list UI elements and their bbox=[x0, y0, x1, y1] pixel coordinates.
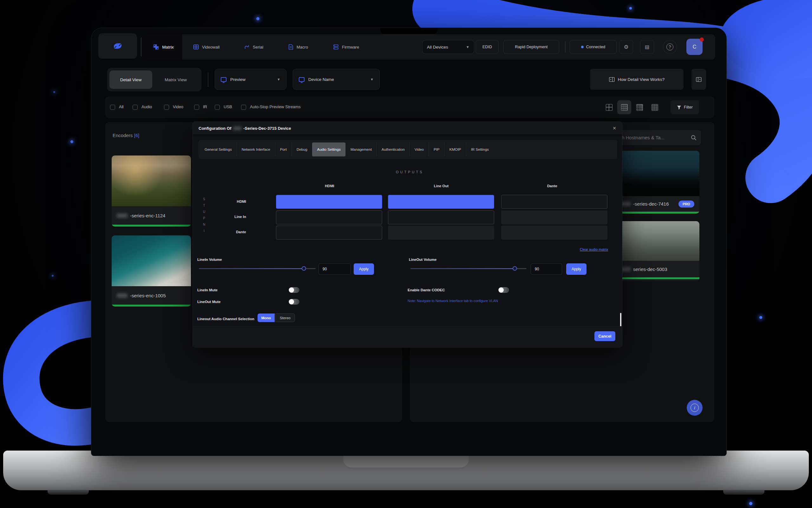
app-logo[interactable] bbox=[98, 33, 137, 59]
redacted-prefix bbox=[117, 214, 128, 218]
nav-item-label: Firmware bbox=[342, 45, 359, 49]
encoder-card[interactable]: -series-enc-1124 bbox=[111, 156, 191, 226]
grid-3x3-button[interactable] bbox=[617, 100, 631, 114]
edid-button[interactable]: EDID bbox=[476, 40, 499, 54]
checkbox-icon bbox=[215, 105, 220, 110]
decoder-name-bar: series-dec-5003 bbox=[615, 261, 700, 277]
lineout-volume-input[interactable] bbox=[531, 263, 562, 275]
tab-kmoip[interactable]: KMOIP bbox=[444, 142, 466, 157]
tab-audio-settings[interactable]: Audio Settings bbox=[312, 142, 346, 157]
laptop-foot bbox=[723, 490, 764, 495]
tab-network-interface[interactable]: Network Interface bbox=[237, 142, 275, 157]
checkbox-ir[interactable] bbox=[194, 105, 199, 110]
slider-fill bbox=[410, 268, 515, 269]
clear-audio-matrix-link[interactable]: Clear audio matrix bbox=[580, 248, 608, 251]
tab-management[interactable]: Management bbox=[346, 142, 376, 157]
nav-item-firmware[interactable]: Firmware bbox=[333, 34, 359, 60]
matrix-cell-hdmi-dante[interactable] bbox=[501, 195, 607, 209]
document-icon: ▤ bbox=[645, 44, 649, 50]
device-name-label: Device Name bbox=[308, 77, 334, 82]
checkbox-video[interactable] bbox=[164, 105, 169, 110]
connection-status[interactable]: Connected bbox=[570, 40, 617, 54]
matrix-view-tab[interactable]: Matrix View bbox=[152, 71, 199, 89]
decoder-card[interactable]: series-dec-5003 bbox=[615, 221, 700, 281]
nav-item-label: Macro bbox=[297, 45, 308, 49]
tab-port[interactable]: Port bbox=[275, 142, 291, 157]
brand-swirl-icon bbox=[110, 40, 125, 52]
lineout-volume-slider[interactable] bbox=[410, 266, 527, 271]
chevron-down-icon: ▼ bbox=[370, 77, 374, 81]
grid-2x2-button[interactable] bbox=[602, 100, 616, 114]
stereo-button[interactable]: Stereo bbox=[275, 313, 295, 322]
tab-ir-settings[interactable]: IR Settings bbox=[466, 142, 494, 157]
redacted-prefix bbox=[233, 127, 241, 130]
encoder-preview-image bbox=[111, 156, 191, 206]
nav-item-videowall[interactable]: Videowall bbox=[193, 34, 220, 60]
nav-item-serial[interactable]: Serial bbox=[244, 34, 263, 60]
checkbox-icon bbox=[194, 105, 199, 110]
slider-thumb[interactable] bbox=[302, 266, 306, 271]
encoders-count: [6] bbox=[134, 133, 140, 138]
slider-thumb[interactable] bbox=[512, 266, 517, 271]
checkbox-icon bbox=[241, 105, 246, 110]
filter-button[interactable]: Filter bbox=[671, 100, 699, 114]
output-col-lineout: Line Out bbox=[422, 184, 460, 188]
tab-video[interactable]: Video bbox=[409, 142, 428, 157]
how-detail-view-works-button[interactable]: How Detail View Works? bbox=[590, 69, 683, 90]
preview-dropdown[interactable]: Preview ▼ bbox=[215, 69, 286, 90]
all-devices-dropdown[interactable]: All Devices ▼ bbox=[422, 40, 474, 54]
linein-volume-input[interactable] bbox=[318, 263, 351, 275]
lineout-apply-button[interactable]: Apply bbox=[566, 263, 586, 275]
linein-mute-toggle[interactable] bbox=[289, 287, 300, 293]
grid-5x5-button[interactable] bbox=[648, 100, 662, 114]
matrix-cell-linein-hdmi[interactable] bbox=[276, 210, 382, 224]
collapse-panel-button[interactable] bbox=[691, 69, 706, 90]
nav-item-macro[interactable]: Macro bbox=[288, 34, 308, 60]
info-floating-button[interactable]: i bbox=[687, 400, 703, 416]
linein-apply-button[interactable]: Apply bbox=[354, 263, 374, 275]
lineout-mute-label: LineOut Mute bbox=[197, 300, 220, 304]
toolbar-divider bbox=[208, 72, 209, 87]
close-icon[interactable]: ✕ bbox=[613, 126, 616, 131]
settings-button[interactable]: ⚙ bbox=[619, 40, 633, 54]
serial-icon bbox=[244, 44, 250, 50]
matrix-cell-dante-hdmi[interactable] bbox=[276, 225, 382, 240]
checkbox-autostop-label: Auto-Stop Preview Streams bbox=[250, 104, 301, 109]
encoder-card[interactable]: -series-enc-1005 bbox=[111, 236, 191, 306]
nav-item-matrix[interactable]: Matrix bbox=[145, 34, 182, 60]
checkbox-usb[interactable] bbox=[215, 105, 220, 110]
logs-button[interactable]: ▤ bbox=[640, 40, 654, 54]
checkbox-all[interactable] bbox=[110, 105, 115, 110]
checkbox-audio[interactable] bbox=[133, 105, 138, 110]
checkbox-icon bbox=[164, 105, 169, 110]
tab-label: KMOIP bbox=[449, 147, 461, 151]
matrix-cell-hdmi-hdmi[interactable] bbox=[276, 195, 382, 209]
videowall-icon bbox=[193, 44, 199, 50]
lineout-mute-toggle[interactable] bbox=[289, 299, 300, 305]
tab-label: PIP bbox=[434, 147, 440, 151]
matrix-cell-hdmi-lineout[interactable] bbox=[388, 195, 494, 209]
user-avatar[interactable]: C bbox=[686, 39, 703, 55]
glow-dot bbox=[788, 177, 791, 180]
decoder-card[interactable]: -series-dec-7416 PRO bbox=[615, 151, 700, 214]
device-name-dropdown[interactable]: Device Name ▼ bbox=[293, 69, 380, 90]
status-bar-online bbox=[615, 277, 700, 279]
tab-authentication[interactable]: Authentication bbox=[376, 142, 409, 157]
checkbox-autostop[interactable] bbox=[241, 105, 246, 110]
help-button[interactable]: ? bbox=[663, 40, 677, 54]
dante-codec-toggle[interactable] bbox=[498, 287, 509, 293]
tab-general-settings[interactable]: General Settings bbox=[200, 142, 237, 157]
tab-label: Network Interface bbox=[242, 147, 270, 151]
matrix-cell-linein-lineout[interactable] bbox=[388, 210, 494, 224]
grid-5x5-icon bbox=[651, 104, 658, 111]
grid-4x4-button[interactable] bbox=[632, 100, 646, 114]
mono-button[interactable]: Mono bbox=[258, 313, 275, 322]
info-icon: i bbox=[690, 404, 699, 412]
modal-scrollbar-thumb[interactable] bbox=[620, 313, 621, 328]
tab-debug[interactable]: Debug bbox=[291, 142, 312, 157]
rapid-deployment-button[interactable]: Rapid Deployment bbox=[503, 40, 559, 54]
tab-pip[interactable]: PIP bbox=[428, 142, 444, 157]
cancel-button[interactable]: Cancel bbox=[594, 331, 615, 341]
detail-view-tab[interactable]: Detail View bbox=[109, 71, 152, 89]
linein-volume-slider[interactable] bbox=[199, 266, 316, 271]
